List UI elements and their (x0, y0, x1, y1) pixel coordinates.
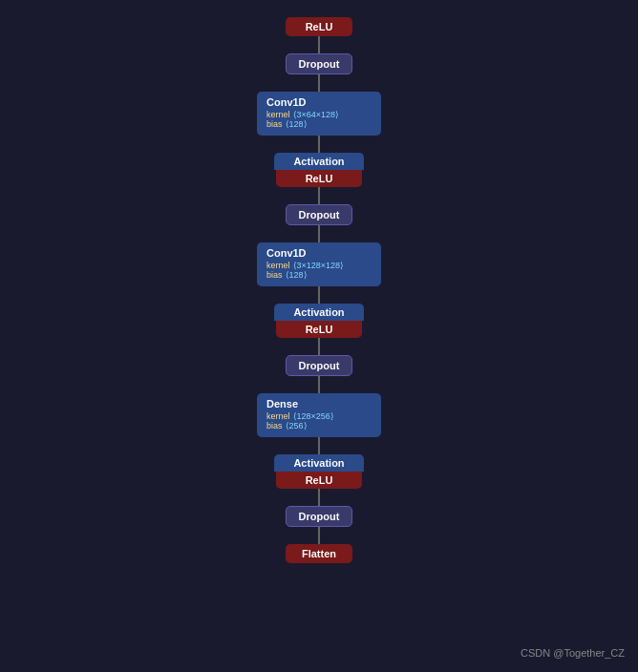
dropout-node-3: Dropout (286, 355, 352, 376)
watermark: CSDN @Together_CZ (521, 647, 625, 659)
connector (318, 187, 320, 204)
connector (318, 136, 320, 153)
dense-node-1: Dense kernel ⟨128×256⟩ bias ⟨256⟩ (257, 393, 381, 437)
connector (318, 338, 320, 355)
connector (318, 74, 320, 92)
connector (318, 225, 320, 242)
connector (318, 36, 320, 53)
neural-network-diagram: ReLU Dropout Conv1D kernel ⟨3×64×128⟩ bi… (0, 0, 638, 563)
connector (318, 527, 320, 544)
conv1d-node-1: Conv1D kernel ⟨3×64×128⟩ bias ⟨128⟩ (257, 92, 381, 136)
connector (318, 437, 320, 454)
connector (318, 376, 320, 393)
conv1d-node-2: Conv1D kernel ⟨3×128×128⟩ bias ⟨128⟩ (257, 242, 381, 286)
dropout-node-1: Dropout (286, 53, 352, 74)
connector (318, 489, 320, 506)
activation-node-2: Activation ReLU (274, 304, 363, 338)
flatten-node: Flatten (286, 544, 352, 563)
activation-node-1: Activation ReLU (274, 153, 363, 187)
dropout-node-2: Dropout (286, 204, 352, 225)
connector (318, 286, 320, 304)
activation-node-3: Activation ReLU (274, 454, 363, 489)
dropout-node-4: Dropout (286, 506, 352, 527)
relu-node-1: ReLU (286, 17, 352, 36)
